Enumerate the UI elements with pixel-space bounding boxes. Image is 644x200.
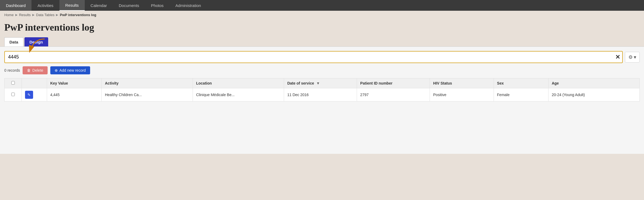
row-date-of-service: 11 Dec 2016 (284, 88, 357, 101)
data-table: Key Value Activity Location Date of serv… (4, 78, 640, 101)
col-header-activity: Activity (102, 78, 193, 88)
col-header-sex: Sex (494, 78, 548, 88)
search-row: ✕ ⚙ ▾ (4, 51, 640, 63)
tab-bar: Data Design (0, 37, 644, 46)
breadcrumb: Home ▶ Results ▶ Data Tables ▶ PwP inter… (0, 11, 644, 19)
row-edit-cell: ✎ (22, 88, 47, 101)
row-hiv-status: Positive (430, 88, 494, 101)
tab-data[interactable]: Data (4, 37, 23, 46)
breadcrumb-sep-1: ▶ (15, 13, 17, 17)
records-row: 0 records 🗑 Delete ⊕ Add new record (4, 66, 640, 74)
search-wrapper: ✕ (4, 51, 623, 63)
row-age: 20-24 (Young Adult) (548, 88, 639, 101)
row-key-value: 4,445 (47, 88, 101, 101)
col-header-patient-id: Patient ID number (357, 78, 430, 88)
breadcrumb-home[interactable]: Home (4, 13, 14, 17)
page-header: PwP interventions log (0, 19, 644, 37)
add-record-button[interactable]: ⊕ Add new record (50, 66, 90, 74)
nav-item-activities[interactable]: Activities (31, 0, 59, 11)
col-header-key-value: Key Value (47, 78, 101, 88)
gear-icon: ⚙ (628, 54, 633, 60)
page-title: PwP interventions log (4, 22, 640, 33)
breadcrumb-sep-3: ▶ (56, 13, 58, 17)
col-header-location: Location (193, 78, 284, 88)
breadcrumb-data-tables[interactable]: Data Tables (36, 13, 54, 17)
table-header-row: Key Value Activity Location Date of serv… (5, 78, 640, 88)
plus-circle-icon: ⊕ (55, 68, 58, 72)
breadcrumb-sep-2: ▶ (32, 13, 34, 17)
nav-item-photos[interactable]: Photos (145, 0, 169, 11)
table-row: ✎ 4,445 Healthy Children Ca... Clinique … (5, 88, 640, 101)
search-clear-button[interactable]: ✕ (615, 54, 620, 61)
col-header-hiv-status: HIV Status (430, 78, 494, 88)
select-all-checkbox[interactable] (11, 81, 15, 85)
add-record-label: Add new record (59, 68, 86, 72)
delete-button[interactable]: 🗑 Delete (23, 66, 47, 74)
breadcrumb-results[interactable]: Results (19, 13, 31, 17)
col-header-age: Age (548, 78, 639, 88)
sort-icon: ▼ (316, 81, 320, 85)
row-patient-id: 2797 (357, 88, 430, 101)
nav-item-administration[interactable]: Administration (169, 0, 207, 11)
dropdown-chevron-icon: ▾ (634, 54, 636, 60)
row-edit-button[interactable]: ✎ (25, 91, 33, 99)
nav-item-documents[interactable]: Documents (113, 0, 145, 11)
records-count: 0 records (4, 68, 20, 72)
col-header-edit (22, 78, 47, 88)
delete-label: Delete (32, 68, 43, 72)
row-sex: Female (494, 88, 548, 101)
col-header-date-of-service[interactable]: Date of service ▼ (284, 78, 357, 88)
row-checkbox[interactable] (11, 93, 15, 96)
nav-item-results[interactable]: Results (59, 0, 85, 11)
settings-button[interactable]: ⚙ ▾ (625, 52, 640, 63)
trash-icon: 🗑 (27, 68, 31, 72)
row-location: Clinique Médicale Be... (193, 88, 284, 101)
row-activity: Healthy Children Ca... (102, 88, 193, 101)
col-header-check (5, 78, 22, 88)
nav-item-dashboard[interactable]: Dashboard (0, 0, 31, 11)
breadcrumb-current: PwP interventions log (60, 13, 96, 17)
nav-item-calendar[interactable]: Calendar (85, 0, 113, 11)
top-nav: Dashboard Activities Results Calendar Do… (0, 0, 644, 11)
row-checkbox-cell (5, 88, 22, 101)
search-input[interactable] (4, 51, 623, 63)
tab-design[interactable]: Design (24, 37, 48, 46)
main-content: ✕ ⚙ ▾ 0 records 🗑 Delete ⊕ Add new recor… (0, 46, 644, 154)
